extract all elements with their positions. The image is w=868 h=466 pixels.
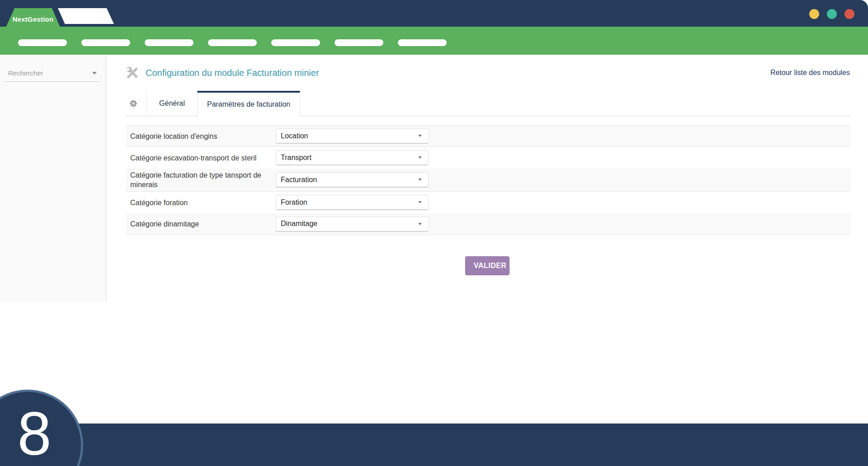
chevron-down-icon — [418, 179, 422, 181]
select-categorie-facturation-transport-minerais[interactable]: Facturation — [276, 172, 429, 188]
nav-pill[interactable] — [335, 39, 383, 46]
chevron-down-icon — [418, 135, 422, 137]
nav-pill[interactable] — [81, 39, 130, 46]
form-row: Catégorie location d'engins Location — [126, 125, 851, 147]
field-label: Catégorie location d'engins — [130, 132, 276, 141]
page-header: Configuration du module Facturation mini… — [107, 55, 868, 80]
select-categorie-escavation-transport[interactable]: Transport — [276, 150, 429, 165]
main-content: Configuration du module Facturation mini… — [107, 55, 868, 424]
window-dot-teal[interactable] — [827, 9, 837, 19]
select-categorie-location-engins[interactable]: Location — [276, 128, 429, 144]
footer-bar — [0, 424, 868, 466]
page-number: 8 — [17, 403, 51, 464]
chevron-down-icon — [418, 223, 422, 225]
chevron-down-icon — [418, 201, 422, 203]
select-categorie-foration[interactable]: Foration — [276, 195, 429, 210]
tab-general[interactable]: Général — [146, 91, 197, 116]
top-bar: NextGestion — [0, 0, 868, 27]
brand-tab[interactable]: NextGestion — [6, 8, 60, 27]
search-input[interactable]: Rechercher — [5, 66, 99, 82]
nav-pill[interactable] — [271, 39, 320, 46]
search-placeholder: Rechercher — [8, 69, 43, 77]
main-nav-bar — [0, 27, 868, 55]
nav-pill[interactable] — [145, 39, 193, 46]
form-row: Catégorie escavation-transport de steril… — [126, 147, 851, 169]
window-dot-yellow[interactable] — [809, 9, 819, 19]
page-title: Configuration du module Facturation mini… — [146, 68, 319, 78]
chevron-down-icon — [92, 72, 97, 75]
form-row: Catégorie dinamitage Dinamitage — [126, 213, 851, 235]
brand-logo-text: NextGestion — [13, 13, 54, 23]
settings-form: Catégorie location d'engins Location Cat… — [126, 125, 851, 235]
tab-parametres-facturation[interactable]: Paramètres de facturation — [197, 91, 300, 116]
window-controls — [809, 9, 854, 19]
chevron-down-icon — [418, 156, 422, 159]
window-dot-red[interactable] — [844, 9, 854, 19]
field-label: Catégorie dinamitage — [130, 219, 276, 229]
sidebar: Rechercher — [0, 55, 106, 302]
back-to-modules-link[interactable]: Retour liste des modules — [770, 69, 850, 77]
gear-icon[interactable] — [129, 99, 137, 108]
form-row: Catégorie facturation de type tansport d… — [126, 169, 851, 192]
nav-pill[interactable] — [398, 39, 447, 46]
brand-flag-decoration — [58, 8, 114, 24]
field-label: Catégorie facturation de type tansport d… — [130, 170, 276, 189]
select-categorie-dinamitage[interactable]: Dinamitage — [276, 217, 429, 232]
tabs-bar: Général Paramètres de facturation — [126, 91, 851, 116]
nav-pill[interactable] — [208, 39, 257, 46]
tools-icon — [126, 66, 139, 80]
nav-pill[interactable] — [18, 39, 67, 46]
field-label: Catégorie escavation-transport de steril — [130, 153, 276, 163]
form-row: Catégorie foration Foration — [126, 192, 851, 213]
field-label: Catégorie foration — [130, 198, 276, 207]
page-number-badge: 8 — [0, 390, 83, 466]
valider-button[interactable]: VALIDER — [465, 256, 509, 275]
